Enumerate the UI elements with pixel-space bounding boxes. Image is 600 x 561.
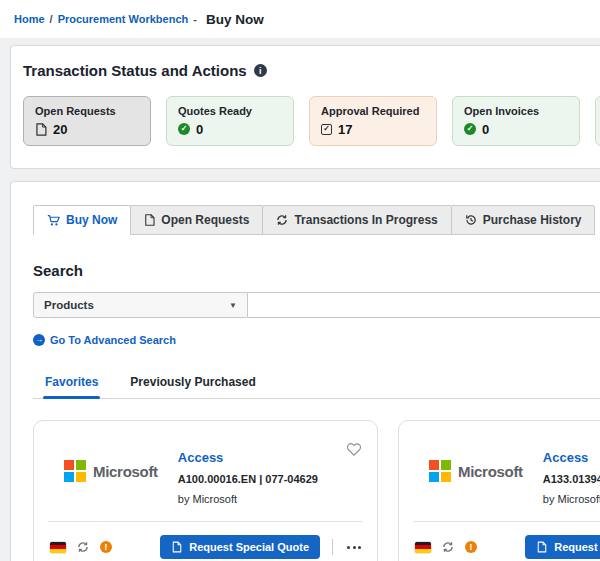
- search-bar: Products ▼: [33, 292, 600, 318]
- tab-label: Open Requests: [161, 213, 249, 227]
- product-title-link[interactable]: Access: [543, 450, 589, 465]
- buy-now-panel: Buy Now Open Requests Transactions In Pr…: [10, 181, 600, 561]
- breadcrumb-section-link[interactable]: Procurement Workbench: [58, 13, 189, 25]
- product-id: A133.01394.SL | 077-02521: [543, 473, 600, 485]
- tab-open-requests[interactable]: Open Requests: [130, 205, 263, 235]
- status-card-quotes-ready[interactable]: Quotes Ready ✓ 0: [166, 96, 294, 146]
- info-icon[interactable]: i: [254, 64, 267, 77]
- request-special-quote-button[interactable]: Request Special Quote: [160, 535, 320, 559]
- breadcrumb-home-link[interactable]: Home: [14, 13, 45, 25]
- flag-germany-icon: [415, 542, 431, 553]
- subtab-label: Previously Purchased: [130, 375, 255, 389]
- advanced-search-label: Go To Advanced Search: [50, 334, 176, 346]
- advanced-search-link[interactable]: → Go To Advanced Search: [33, 334, 176, 346]
- breadcrumb-separator: /: [50, 13, 53, 25]
- status-card-value: 20: [53, 122, 67, 137]
- document-icon: [144, 214, 155, 226]
- procurement-workbench-page: Home / Procurement Workbench - Buy Now T…: [0, 0, 600, 561]
- microsoft-logo: Microsoft: [429, 460, 523, 482]
- tab-purchase-history[interactable]: Purchase History: [451, 205, 596, 235]
- check-circle-icon: ✓: [178, 123, 190, 135]
- collection-tab-bar: Favorites Previously Purchased: [33, 370, 600, 399]
- page-title: Buy Now: [206, 12, 264, 27]
- tab-buy-now[interactable]: Buy Now: [33, 205, 131, 235]
- subtab-favorites[interactable]: Favorites: [43, 370, 100, 398]
- search-heading: Search: [33, 262, 600, 279]
- status-panel-title: Transaction Status and Actions: [23, 62, 247, 79]
- arrow-circle-icon: →: [33, 334, 45, 346]
- quote-document-icon: [171, 541, 183, 553]
- quote-document-icon: [536, 541, 548, 553]
- status-card-value: 0: [482, 122, 489, 137]
- status-card-label: Approval Required: [321, 105, 425, 117]
- status-card-approval-required[interactable]: Approval Required ✓ 17: [309, 96, 437, 146]
- favorites-product-list: Microsoft Access A100.00016.EN | 077-046…: [33, 420, 600, 561]
- status-card-value: 0: [196, 122, 203, 137]
- microsoft-logo-icon: [429, 460, 451, 482]
- product-card: Microsoft Access A133.01394.SL | 077-025…: [398, 420, 600, 561]
- history-icon: [465, 214, 477, 226]
- tab-transactions-in-progress[interactable]: Transactions In Progress: [262, 205, 451, 235]
- subtab-previously-purchased[interactable]: Previously Purchased: [128, 370, 257, 398]
- tab-label: Buy Now: [66, 213, 117, 227]
- status-card-label: Open Requests: [35, 105, 139, 117]
- divider: [332, 539, 333, 555]
- status-card-label: Open Invoices: [464, 105, 568, 117]
- more-options-icon[interactable]: [345, 542, 363, 553]
- sync-icon: [77, 541, 89, 553]
- quote-button-label: Request Special Quote: [554, 541, 600, 553]
- check-circle-icon: ✓: [464, 123, 476, 135]
- status-card-open-invoices[interactable]: Open Invoices ✓ 0: [452, 96, 580, 146]
- product-vendor: by Microsoft: [543, 493, 600, 505]
- product-card: Microsoft Access A100.00016.EN | 077-046…: [33, 420, 378, 561]
- tab-label: Purchase History: [483, 213, 582, 227]
- brand-name: Microsoft: [93, 463, 158, 480]
- search-category-select[interactable]: Products ▼: [33, 292, 248, 318]
- product-vendor: by Microsoft: [178, 493, 361, 505]
- search-input[interactable]: [248, 292, 600, 318]
- status-card-open-requests[interactable]: Open Requests 20: [23, 96, 151, 146]
- sync-icon: [442, 541, 454, 553]
- search-category-value: Products: [44, 299, 94, 311]
- product-id: A100.00016.EN | 077-04629: [178, 473, 361, 485]
- checkbox-checked-icon: ✓: [321, 124, 332, 135]
- subtab-label: Favorites: [45, 375, 98, 389]
- cart-icon: [47, 214, 60, 227]
- status-card-label: Quotes Ready: [178, 105, 282, 117]
- sync-icon: [276, 214, 288, 226]
- warning-icon: !: [100, 541, 112, 553]
- favorite-heart-icon[interactable]: [346, 442, 362, 457]
- request-special-quote-button[interactable]: Request Special Quote: [525, 535, 600, 559]
- product-title-link[interactable]: Access: [178, 450, 224, 465]
- main-tab-bar: Buy Now Open Requests Transactions In Pr…: [23, 205, 600, 235]
- microsoft-logo-icon: [64, 460, 86, 482]
- breadcrumb-dash: -: [193, 13, 197, 25]
- warning-icon: !: [465, 541, 477, 553]
- microsoft-logo: Microsoft: [64, 460, 158, 482]
- breadcrumb: Home / Procurement Workbench - Buy Now: [0, 0, 600, 38]
- status-card-value: 17: [338, 122, 352, 137]
- quote-button-label: Request Special Quote: [189, 541, 309, 553]
- status-card-clipped[interactable]: Inv ✓: [595, 96, 600, 146]
- status-cards-row: Open Requests 20 Quotes Ready ✓ 0 Approv…: [23, 96, 600, 146]
- brand-name: Microsoft: [458, 463, 523, 480]
- document-icon: [35, 123, 47, 136]
- flag-germany-icon: [50, 542, 66, 553]
- tab-label: Transactions In Progress: [294, 213, 437, 227]
- transaction-status-panel: Transaction Status and Actions i Open Re…: [10, 45, 600, 169]
- chevron-down-icon: ▼: [229, 301, 237, 310]
